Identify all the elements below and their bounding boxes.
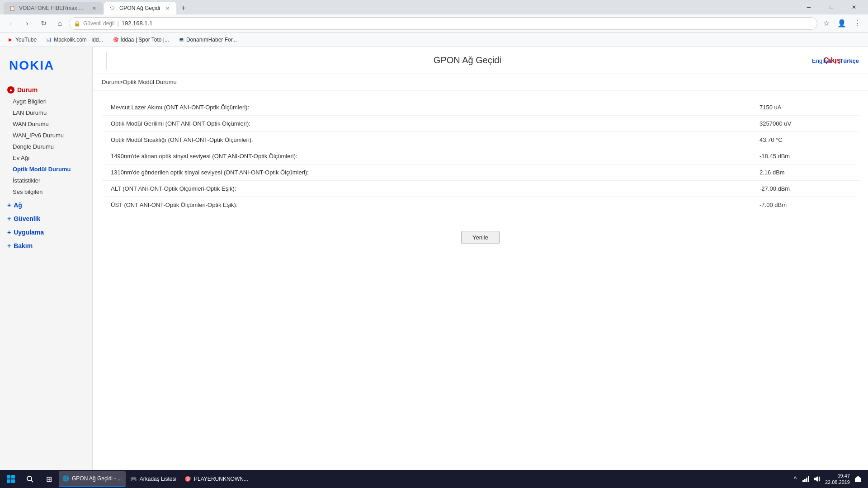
sidebar-item-wan-ipv6[interactable]: WAN_IPv6 Durumu xyxy=(0,130,92,141)
mackolik-favicon: 📊 xyxy=(46,37,52,43)
svg-rect-2 xyxy=(7,479,10,483)
maximize-button[interactable]: □ xyxy=(821,0,842,14)
security-icon: 🔒 xyxy=(74,20,80,27)
back-button[interactable]: ‹ xyxy=(4,16,18,31)
tab-1[interactable]: 📋 VODAFONE FIBERmax KULLANIF... ✕ xyxy=(4,2,103,14)
sidebar-guvenlik-header[interactable]: + Güvenlik xyxy=(0,213,92,225)
address-bar[interactable]: 🔒 Güvenli değil | 192.168.1.1 xyxy=(69,17,817,30)
sidebar-bakim-label: Bakım xyxy=(14,242,33,249)
sidebar-item-lan[interactable]: LAN Durumu xyxy=(0,107,92,118)
row-0-label: Mevcut Lazer Akımı (ONT ANI-ONT-Optik Öl… xyxy=(111,104,760,111)
sidebar-item-istatistikler[interactable]: İstatistikler xyxy=(0,175,92,186)
page-header: GPON Ağ Geçidi Çıkış English | Türkçe xyxy=(93,47,868,74)
tab-1-close[interactable]: ✕ xyxy=(90,5,98,12)
taskbar-clock[interactable]: 09:47 22.08.2019 xyxy=(823,473,852,486)
profile-button[interactable]: 👤 xyxy=(835,16,849,31)
row-6-value: -7.00 dBm xyxy=(760,202,850,208)
table-row-3: 1490nm'de alınan optik sinyal seviyesi (… xyxy=(102,148,859,164)
yenile-button[interactable]: Yenile xyxy=(461,231,500,244)
home-button[interactable]: ⌂ xyxy=(52,16,67,31)
table-row-2: Optik Modül Sıcaklığı (ONT ANI-ONT-Optik… xyxy=(102,132,859,148)
language-switcher: English | Türkçe xyxy=(812,57,859,64)
ag-expand-icon: + xyxy=(7,202,11,209)
taskbar-search[interactable] xyxy=(21,471,39,487)
tab-1-favicon: 📋 xyxy=(9,5,15,11)
bookmark-mackolik[interactable]: 📊 Mackolik.com - idd... xyxy=(42,34,107,45)
sidebar-item-optik[interactable]: Optik Modül Durumu xyxy=(0,164,92,175)
tray-speaker-icon[interactable] xyxy=(812,474,821,483)
taskbar-date: 22.08.2019 xyxy=(825,479,850,485)
main-content: NOKIA ● Durum Aygıt Bilgileri LAN Durumu… xyxy=(0,47,868,488)
bookmark-youtube[interactable]: ▶ YouTube xyxy=(4,34,40,45)
forward-button[interactable]: › xyxy=(20,16,34,31)
row-5-label: ALT (ONT ANI-ONT-Optik Ölçümleri-Optik E… xyxy=(111,185,760,192)
task-view-button[interactable]: ⊞ xyxy=(40,471,58,487)
sidebar-item-dongle[interactable]: Dongle Durumu xyxy=(0,141,92,152)
address-text[interactable]: 192.168.1.1 xyxy=(122,20,812,27)
tab-2-close[interactable]: ✕ xyxy=(164,5,171,12)
lang-english[interactable]: English xyxy=(812,57,831,64)
page-content: GPON Ağ Geçidi Çıkış English | Türkçe Du… xyxy=(93,47,868,488)
new-tab-button[interactable]: + xyxy=(177,2,190,14)
refresh-button[interactable]: ↻ xyxy=(36,16,51,31)
taskbar-item-gpon[interactable]: 🌐 GPON Ağ Geçidi - ... xyxy=(59,471,126,487)
tab-strip: 📋 VODAFONE FIBERmax KULLANIF... ✕ 🛡 GPON… xyxy=(4,0,190,14)
lang-turkish[interactable]: Türkçe xyxy=(840,57,859,64)
tray-network-icon[interactable] xyxy=(802,474,811,483)
svg-rect-6 xyxy=(802,480,804,482)
row-4-label: 1310nm'de gönderilen optik sinyal seviye… xyxy=(111,169,760,176)
tab-2-favicon: 🛡 xyxy=(109,5,116,11)
header-divider xyxy=(106,52,107,70)
taskbar-item-player-icon: 🎯 xyxy=(184,476,191,482)
start-button[interactable] xyxy=(2,471,20,487)
sidebar-guvenlik-label: Güvenlik xyxy=(14,215,40,222)
bookmark-donanim[interactable]: 💻 DonanımHaber For... xyxy=(175,34,241,45)
bookmark-iddaa[interactable]: 🎯 İddaa | Spor Toto |... xyxy=(109,34,173,45)
sidebar-bakim-header[interactable]: + Bakım xyxy=(0,240,92,252)
tab-2[interactable]: 🛡 GPON Ağ Geçidi ✕ xyxy=(104,2,176,14)
sidebar-item-wan[interactable]: WAN Durumu xyxy=(0,118,92,130)
sidebar-durum-header[interactable]: ● Durum xyxy=(0,84,92,96)
row-5-value: -27.00 dBm xyxy=(760,185,850,192)
table-row-0: Mevcut Lazer Akımı (ONT ANI-ONT-Optik Öl… xyxy=(102,99,859,116)
row-2-value: 43.70 °C xyxy=(760,136,850,143)
row-6-label: ÜST (ONT ANI-ONT-Optik Ölçümleri-Optik E… xyxy=(111,202,760,208)
bookmark-youtube-label: YouTube xyxy=(15,37,37,43)
sidebar-uygulama-label: Uygulama xyxy=(14,229,44,236)
bookmark-donanim-label: DonanımHaber For... xyxy=(186,37,237,43)
sidebar-ag-label: Ağ xyxy=(14,202,22,209)
sidebar-ag-header[interactable]: + Ağ xyxy=(0,199,92,211)
svg-point-4 xyxy=(27,476,32,481)
svg-rect-1 xyxy=(11,475,15,479)
taskbar-item-player[interactable]: 🎯 PLAYERUNKNOWN... xyxy=(181,471,252,487)
nokia-logo-text: NOKIA xyxy=(9,58,54,72)
tray-notifications[interactable] xyxy=(854,474,863,483)
sidebar-section-uygulama: + Uygulama xyxy=(0,226,92,238)
minimize-button[interactable]: ─ xyxy=(798,0,819,14)
iddaa-favicon: 🎯 xyxy=(113,37,119,43)
taskbar-item-arkadas-icon: 🎮 xyxy=(130,476,137,482)
security-text: Güvenli değil xyxy=(83,20,114,27)
sidebar-item-aygit[interactable]: Aygıt Bilgileri xyxy=(0,96,92,107)
svg-rect-0 xyxy=(7,475,10,479)
taskbar-item-player-label: PLAYERUNKNOWN... xyxy=(194,476,248,482)
row-1-value: 3257000 uV xyxy=(760,120,850,127)
tab-2-title: GPON Ağ Geçidi xyxy=(119,5,160,11)
menu-button[interactable]: ⋮ xyxy=(850,16,864,31)
nav-actions: ☆ 👤 ⋮ xyxy=(819,16,864,31)
svg-rect-9 xyxy=(808,476,809,482)
sidebar-item-ev-agi[interactable]: Ev Ağı xyxy=(0,152,92,164)
sidebar: NOKIA ● Durum Aygıt Bilgileri LAN Durumu… xyxy=(0,47,93,488)
sidebar-section-durum: ● Durum Aygıt Bilgileri LAN Durumu WAN D… xyxy=(0,84,92,197)
sidebar-item-ses[interactable]: Ses bilgileri xyxy=(0,186,92,197)
taskbar-item-arkadas[interactable]: 🎮 Arkadaş Listesi xyxy=(127,471,180,487)
sidebar-uygulama-header[interactable]: + Uygulama xyxy=(0,226,92,238)
close-button[interactable]: ✕ xyxy=(844,0,864,14)
taskbar-system-tray: ^ 09:47 22.08.2019 xyxy=(787,473,866,486)
table-row-4: 1310nm'de gönderilen optik sinyal seviye… xyxy=(102,164,859,181)
address-separator: | xyxy=(117,20,118,27)
tray-chevron[interactable]: ^ xyxy=(791,474,800,483)
breadcrumb: Durum>Optik Modül Durumu xyxy=(93,74,868,90)
bookmark-star[interactable]: ☆ xyxy=(819,16,834,31)
sidebar-section-bakim: + Bakım xyxy=(0,240,92,252)
